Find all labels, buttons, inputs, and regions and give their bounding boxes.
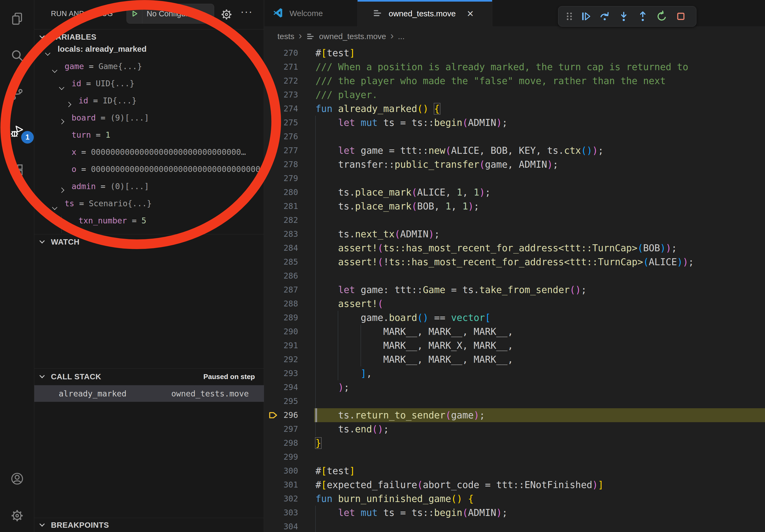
step-into-button[interactable] xyxy=(618,10,630,23)
code-line[interactable]: 272/// the player who made the "false" m… xyxy=(264,74,765,88)
chevron-down-icon[interactable] xyxy=(52,205,57,210)
variable-row[interactable]: admin = (0)[...] xyxy=(34,182,264,199)
code-line[interactable]: 286 xyxy=(264,269,765,283)
code-line[interactable]: 303 let mut ts = ts::begin(ADMIN); xyxy=(264,506,765,520)
chevron-down-icon[interactable] xyxy=(59,85,64,90)
line-text[interactable]: ts.return_to_sender(game); xyxy=(316,408,485,422)
line-number[interactable]: 277 xyxy=(275,143,298,157)
step-out-button[interactable] xyxy=(637,10,649,23)
search-icon[interactable] xyxy=(10,48,24,63)
settings-gear-icon[interactable] xyxy=(10,508,24,523)
line-number[interactable]: 274 xyxy=(275,102,298,116)
code-line[interactable]: 294 ); xyxy=(264,381,765,394)
line-number[interactable]: 291 xyxy=(275,339,298,353)
current-debug-line[interactable]: 296 ts.return_to_sender(game); xyxy=(264,408,765,422)
line-number[interactable]: 294 xyxy=(275,381,298,394)
line-number[interactable]: 280 xyxy=(275,185,298,199)
tab-welcome[interactable]: Welcome xyxy=(264,0,358,27)
restart-button[interactable] xyxy=(656,10,668,23)
line-number[interactable]: 279 xyxy=(275,171,298,185)
code-line[interactable]: 285 assert!(!ts::has_most_recent_for_add… xyxy=(264,255,765,269)
code-line[interactable]: 284 assert!(ts::has_most_recent_for_addr… xyxy=(264,241,765,255)
line-text[interactable]: #[test] xyxy=(316,46,355,60)
call-stack-frame[interactable]: already_markedowned_tests.move xyxy=(34,385,264,402)
line-number[interactable]: 304 xyxy=(275,520,298,532)
line-number[interactable]: 278 xyxy=(275,157,298,171)
code-area[interactable]: 270#[test]271/// When a position is alre… xyxy=(264,46,765,532)
close-icon[interactable]: × xyxy=(467,8,474,19)
code-line[interactable]: 290 MARK__, MARK__, MARK__, xyxy=(264,325,765,339)
variable-row[interactable]: id = ID{...} xyxy=(34,96,264,113)
code-line[interactable]: 283 ts.next_tx(ADMIN); xyxy=(264,227,765,241)
line-number[interactable]: 296 xyxy=(275,408,298,422)
line-number[interactable]: 272 xyxy=(275,74,298,88)
line-number[interactable]: 275 xyxy=(275,116,298,130)
code-line[interactable]: 280 ts.place_mark(ALICE, 1, 1); xyxy=(264,185,765,199)
source-control-icon[interactable] xyxy=(10,87,24,101)
line-text[interactable]: assert!( xyxy=(316,297,383,311)
code-line[interactable]: 300#[test] xyxy=(264,464,765,478)
line-number[interactable]: 282 xyxy=(275,213,298,227)
variable-row[interactable]: turn = 1 xyxy=(34,130,264,147)
code-line[interactable]: 271/// When a position is already marked… xyxy=(264,60,765,74)
line-number[interactable]: 303 xyxy=(275,506,298,520)
continue-button[interactable] xyxy=(579,10,592,23)
variables-pane-header[interactable]: VARIABLES xyxy=(34,30,264,45)
line-text[interactable]: /// the player who made the "false" move… xyxy=(316,74,666,88)
line-number[interactable]: 283 xyxy=(275,227,298,241)
code-line[interactable]: 270#[test] xyxy=(264,46,765,60)
line-number[interactable]: 288 xyxy=(275,297,298,311)
line-text[interactable]: transfer::public_transfer(game, ADMIN); xyxy=(316,157,558,171)
variable-row[interactable]: ts = Scenario{...} xyxy=(34,199,264,216)
code-line[interactable]: 293 ], xyxy=(264,367,765,381)
line-text[interactable]: /// When a position is already marked, t… xyxy=(316,60,688,74)
line-text[interactable]: } xyxy=(316,436,321,450)
code-line[interactable]: 291 MARK__, MARK_X, MARK__, xyxy=(264,339,765,353)
line-number[interactable]: 297 xyxy=(275,422,298,436)
code-line[interactable]: 281 ts.place_mark(BOB, 1, 1); xyxy=(264,199,765,213)
code-line[interactable]: 273/// player. xyxy=(264,88,765,102)
line-number[interactable]: 299 xyxy=(275,450,298,464)
code-line[interactable]: 282 xyxy=(264,213,765,227)
chevron-right-icon[interactable] xyxy=(66,102,71,107)
line-number[interactable]: 295 xyxy=(275,394,298,408)
line-text[interactable]: assert!(ts::has_most_recent_for_address<… xyxy=(316,241,677,255)
line-text[interactable]: assert!(!ts::has_most_recent_for_address… xyxy=(316,255,694,269)
line-text[interactable]: game.board() == vector[ xyxy=(316,311,490,325)
line-text[interactable]: ts.place_mark(ALICE, 1, 1); xyxy=(316,185,490,199)
variable-row[interactable]: id = UID{...} xyxy=(34,79,264,96)
tab-owned-tests-move[interactable]: owned_tests.move × xyxy=(358,0,492,27)
breakpoints-pane-header[interactable]: BREAKPOINTS xyxy=(34,518,264,532)
line-text[interactable]: fun already_marked() { xyxy=(316,102,440,116)
breadcrumb-item[interactable]: owned_tests.move xyxy=(319,32,386,41)
line-text[interactable]: let mut ts = ts::begin(ADMIN); xyxy=(316,116,507,130)
line-text[interactable]: let game = ttt::new(ALICE, BOB, KEY, ts.… xyxy=(316,143,604,157)
line-number[interactable]: 287 xyxy=(275,283,298,297)
line-number[interactable]: 285 xyxy=(275,255,298,269)
code-line[interactable]: 287 let game: ttt::Game = ts.take_from_s… xyxy=(264,283,765,297)
watch-pane-header[interactable]: WATCH xyxy=(34,234,264,249)
line-text[interactable]: MARK__, MARK__, MARK__, xyxy=(316,325,513,339)
line-number[interactable]: 284 xyxy=(275,241,298,255)
breadcrumb-item[interactable]: ... xyxy=(398,32,405,41)
line-number[interactable]: 293 xyxy=(275,367,298,381)
code-line[interactable]: 274fun already_marked() { xyxy=(264,102,765,116)
line-number[interactable]: 290 xyxy=(275,325,298,339)
explorer-icon[interactable] xyxy=(10,12,24,26)
debug-settings-gear-icon[interactable] xyxy=(220,8,233,21)
code-line[interactable]: 279 xyxy=(264,171,765,185)
line-number[interactable]: 300 xyxy=(275,464,298,478)
extensions-icon[interactable] xyxy=(10,162,24,177)
code-line[interactable]: 299 xyxy=(264,450,765,464)
chevron-right-icon[interactable] xyxy=(59,187,64,193)
chevron-right-icon[interactable] xyxy=(59,119,64,124)
line-number[interactable]: 302 xyxy=(275,492,298,506)
line-text[interactable]: ts.next_tx(ADMIN); xyxy=(316,227,440,241)
call-stack-pane-header[interactable]: CALL STACK Paused on step xyxy=(34,369,264,385)
variable-row[interactable]: board = (9)[...] xyxy=(34,113,264,130)
line-number[interactable]: 289 xyxy=(275,311,298,325)
line-number[interactable]: 270 xyxy=(275,46,298,60)
variable-row[interactable]: x = 0000000000000000000000000000000… xyxy=(34,147,264,164)
line-text[interactable]: MARK__, MARK_X, MARK__, xyxy=(316,339,513,353)
line-text[interactable]: let mut ts = ts::begin(ADMIN); xyxy=(316,506,507,520)
